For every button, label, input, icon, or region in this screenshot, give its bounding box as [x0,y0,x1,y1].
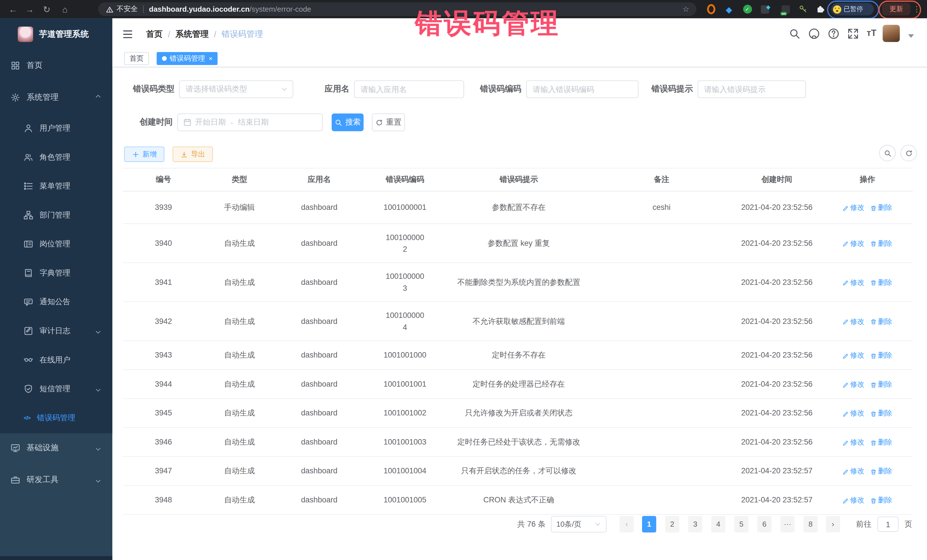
sidebar-item-gear[interactable]: 系统管理 [0,82,112,114]
extension-list-icon[interactable]: on [781,0,790,18]
sidebar-item-infra[interactable]: 基础设施 [0,432,112,464]
user-avatar[interactable] [883,25,900,42]
delete-link[interactable]: 删除 [870,317,892,326]
breadcrumb-item[interactable]: 首页 [146,29,163,39]
sidebar-item-post[interactable]: 岗位管理 [0,229,112,258]
delete-link[interactable]: 删除 [870,409,892,417]
bookmark-star-icon[interactable]: ☆ [682,2,689,16]
browser-back-icon[interactable]: ← [6,0,20,18]
sidebar-item-audit[interactable]: 审计日志 [0,316,112,345]
toggle-search-icon-button[interactable] [879,145,896,161]
page-button-8[interactable]: 8 [804,516,818,532]
filter-hint-label: 错误码提示 [652,84,693,94]
browser-home-icon[interactable]: ⌂ [58,0,72,18]
page-button-1[interactable]: 1 [642,516,656,532]
address-bar[interactable]: 不安全 dashboard.yudao.iocoder.cn/system/er… [98,2,696,16]
error-type-select[interactable]: 请选择错误码类型 [179,80,293,98]
delete-link[interactable]: 删除 [870,380,892,389]
date-range-picker[interactable]: 开始日期 - 结束日期 [178,114,323,131]
extension-check-icon[interactable]: ✓ [742,0,752,18]
prev-page-button[interactable]: ‹ [620,516,634,532]
edit-link[interactable]: 修改 [843,351,865,360]
delete-link[interactable]: 删除 [870,351,892,360]
edit-link[interactable]: 修改 [843,496,865,504]
search-button[interactable]: 搜索 [332,114,364,131]
table-row: 3941自动生成dashboard100100000 3不能删除类型为系统内置的… [123,263,913,302]
tag-active[interactable]: 错误码管理× [157,52,217,65]
error-hint-field[interactable] [698,80,806,98]
sidebar-item-sms[interactable]: 短信管理 [0,374,112,403]
audit-icon [24,326,33,335]
sidebar-item-users[interactable]: 角色管理 [0,143,112,171]
error-code-field[interactable] [526,80,639,98]
sidebar-menu: 首页系统管理用户管理角色管理菜单管理部门管理岗位管理字典管理通知公告审计日志在线… [0,50,112,496]
edit-link[interactable]: 修改 [843,317,865,326]
search-icon[interactable] [789,28,801,40]
page-button-3[interactable]: 3 [688,516,702,532]
edit-link[interactable]: 修改 [843,380,865,389]
delete-link[interactable]: 删除 [870,467,892,475]
edit-link[interactable]: 修改 [843,203,865,212]
export-button[interactable]: 导出 [173,147,213,162]
sidebar-item-menu[interactable]: 菜单管理 [0,171,112,200]
delete-link[interactable]: 删除 [870,438,892,446]
hamburger-icon[interactable] [122,28,134,40]
delete-link[interactable]: 删除 [870,278,892,287]
extension-grid-icon[interactable]: ◆ [761,0,769,18]
error-code-input[interactable] [527,85,638,94]
extension-gem-icon[interactable]: ◆ [725,0,733,18]
edit-link[interactable]: 修改 [843,239,865,247]
page-button-2[interactable]: 2 [665,516,679,532]
browser-forward-icon[interactable]: → [23,0,37,18]
extensions-puzzle-icon[interactable] [815,0,825,18]
column-header: 操作 [822,174,913,185]
goto-page-input[interactable]: 1 [877,517,899,532]
edit-link[interactable]: 修改 [843,438,865,446]
page-ellipsis[interactable]: ··· [780,516,795,532]
edit-link[interactable]: 修改 [843,467,865,475]
github-icon[interactable] [808,28,821,40]
sidebar-item-tools[interactable]: 研发工具 [0,464,112,496]
extension-key-icon[interactable] [798,0,807,18]
fullscreen-icon[interactable] [847,28,860,40]
sidebar-item-code[interactable]: </>错误码管理 [0,403,112,432]
app-name-field[interactable] [354,80,464,98]
edit-link[interactable]: 修改 [843,409,865,417]
sidebar-item-dict[interactable]: 字典管理 [0,258,112,287]
browser-menu-icon[interactable]: ⋮ [913,0,921,18]
page-button-4[interactable]: 4 [711,516,725,532]
table-row: 3942自动生成dashboard100100000 4不允许获取敏感配置到前端… [123,302,913,341]
page-button-6[interactable]: 6 [757,516,772,532]
avatar-caret-down-icon[interactable] [908,34,914,38]
reset-button[interactable]: 重置 [372,114,405,131]
delete-link[interactable]: 删除 [870,203,892,212]
error-hint-input[interactable] [698,85,805,94]
delete-link[interactable]: 删除 [870,496,892,504]
edit-link[interactable]: 修改 [843,278,865,287]
extension-icon[interactable] [707,0,715,18]
help-icon[interactable] [828,28,840,40]
sidebar-item-dept[interactable]: 部门管理 [0,200,112,229]
font-size-icon[interactable]: тT [867,28,877,38]
tag-item[interactable]: 首页 [124,52,149,65]
browser-update-button[interactable]: 更新 [882,3,910,15]
cell: dashboard [275,407,364,419]
next-page-button[interactable]: › [826,516,840,532]
app-logo-row[interactable]: 芋道管理系统 [0,18,112,50]
cell: dashboard [275,494,364,505]
profile-paused-chip[interactable]: 已暂停 [831,3,874,15]
sidebar-item-notice[interactable]: 通知公告 [0,287,112,316]
page-size-select[interactable]: 10条/页 [551,516,607,532]
delete-link[interactable]: 删除 [870,239,892,247]
add-button[interactable]: 新增 [124,147,164,162]
refresh-icon-button[interactable] [900,145,917,161]
browser-reload-icon[interactable]: ↻ [40,0,54,18]
breadcrumb-item[interactable]: 系统管理 [175,29,208,39]
sidebar-item-user[interactable]: 用户管理 [0,114,112,143]
sidebar-item-home[interactable]: 首页 [0,50,112,82]
page-button-5[interactable]: 5 [734,516,748,532]
tag-close-icon[interactable]: × [209,55,213,62]
app-name-input[interactable] [355,85,464,94]
cell: 2021-04-20 23:52:56 [732,407,822,419]
sidebar-item-online[interactable]: 在线用户 [0,345,112,374]
